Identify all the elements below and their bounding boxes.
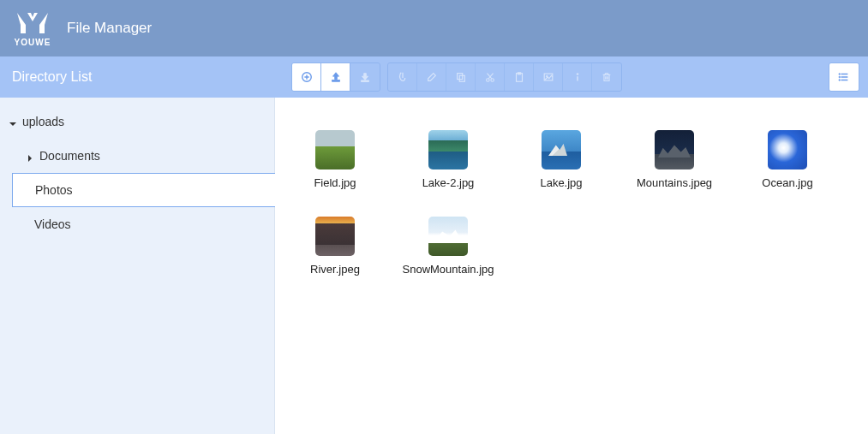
- svg-rect-12: [518, 73, 521, 74]
- edit-button[interactable]: [417, 63, 446, 91]
- content: uploads Documents Photos Videos Field.jp…: [0, 98, 868, 434]
- file-item[interactable]: Field.jpg: [309, 130, 361, 189]
- directory-tree: uploads Documents Photos Videos: [0, 98, 275, 434]
- file-name: Lake.jpg: [540, 176, 582, 189]
- svg-point-29: [839, 76, 841, 78]
- paste-button[interactable]: [505, 63, 534, 91]
- file-pane: Field.jpg Lake-2.jpg Lake.jpg Mountains.…: [275, 98, 868, 434]
- tree-node-videos[interactable]: Videos: [0, 207, 274, 241]
- file-item[interactable]: SnowMountain.jpg: [422, 217, 474, 276]
- tree-node-uploads[interactable]: uploads: [0, 104, 274, 139]
- svg-rect-4: [362, 80, 369, 82]
- app-header: YOUWE File Manager: [0, 0, 868, 56]
- image-button[interactable]: [534, 63, 563, 91]
- svg-rect-3: [332, 80, 339, 82]
- svg-point-30: [839, 80, 841, 81]
- svg-point-8: [490, 79, 494, 82]
- tree-node-documents[interactable]: Documents: [0, 139, 274, 173]
- file-item[interactable]: Mountains.jpeg: [649, 130, 700, 189]
- view-controls: [829, 62, 859, 92]
- file-name: Ocean.jpg: [762, 176, 812, 189]
- file-item[interactable]: Lake-2.jpg: [422, 130, 474, 189]
- toolbar-group-edit: [387, 62, 622, 92]
- svg-point-28: [839, 74, 841, 75]
- toolbar: [291, 62, 622, 92]
- file-item[interactable]: Ocean.jpg: [762, 130, 813, 189]
- brand-logo: YOUWE: [14, 9, 51, 47]
- toolbar-group-file: [291, 62, 380, 92]
- delete-button[interactable]: [592, 63, 621, 91]
- list-view-button[interactable]: [829, 63, 859, 91]
- add-button[interactable]: [292, 63, 321, 91]
- file-name: SnowMountain.jpg: [403, 263, 494, 276]
- cut-button[interactable]: [476, 63, 505, 91]
- copy-button[interactable]: [446, 63, 476, 91]
- file-name: River.jpeg: [310, 263, 360, 276]
- app-title: File Manager: [67, 20, 152, 37]
- chevron-right-icon: [26, 152, 34, 160]
- file-thumbnail: [542, 130, 581, 169]
- file-thumbnail: [315, 130, 355, 169]
- file-item[interactable]: Lake.jpg: [536, 130, 587, 189]
- brand-logo-mark: [14, 9, 51, 37]
- tree-node-photos[interactable]: Photos: [12, 173, 275, 207]
- file-name: Mountains.jpeg: [637, 176, 712, 189]
- sidebar-title: Directory List: [12, 69, 92, 85]
- tree-node-label: Documents: [39, 149, 100, 163]
- chevron-down-icon: [9, 117, 17, 126]
- svg-point-15: [577, 74, 578, 75]
- svg-point-7: [486, 79, 489, 82]
- tree-node-label: Photos: [35, 183, 73, 197]
- file-grid: Field.jpg Lake-2.jpg Lake.jpg Mountains.…: [309, 130, 842, 276]
- upload-button[interactable]: [321, 63, 350, 91]
- file-item[interactable]: River.jpeg: [309, 217, 361, 276]
- select-button[interactable]: [388, 63, 417, 91]
- file-thumbnail: [768, 130, 807, 169]
- file-thumbnail: [655, 130, 694, 169]
- file-name: Lake-2.jpg: [422, 176, 475, 189]
- file-thumbnail: [428, 130, 468, 169]
- file-thumbnail: [428, 217, 468, 256]
- file-name: Field.jpg: [314, 176, 356, 189]
- subheader: Directory List: [0, 56, 868, 98]
- tree-node-label: uploads: [22, 115, 64, 128]
- file-thumbnail: [315, 217, 355, 256]
- info-button[interactable]: [563, 63, 592, 91]
- download-button[interactable]: [350, 63, 380, 91]
- brand-name: YOUWE: [15, 38, 51, 47]
- tree-node-label: Videos: [34, 217, 71, 231]
